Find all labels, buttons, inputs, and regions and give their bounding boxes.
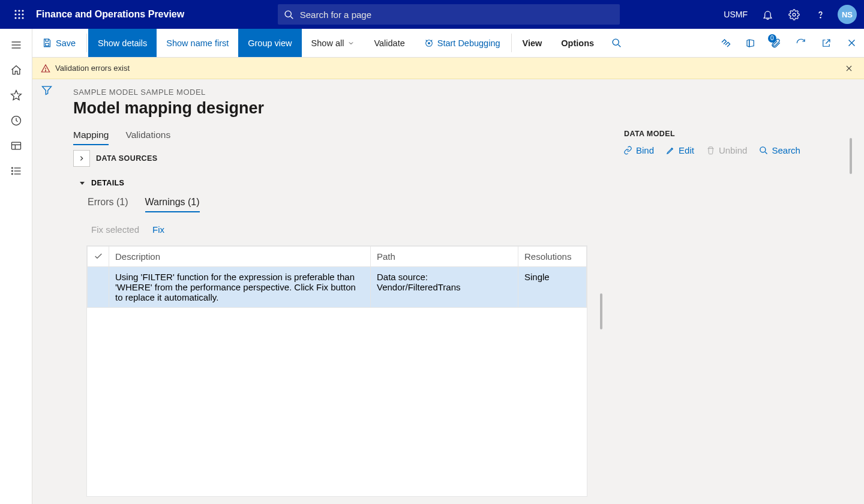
avatar-initials: NS [842, 10, 853, 19]
close-page-icon[interactable] [839, 29, 864, 57]
show-details-button[interactable]: Show details [88, 29, 157, 57]
notifications-icon[interactable] [756, 0, 780, 29]
show-all-dropdown[interactable]: Show all [302, 29, 365, 57]
group-view-button[interactable]: Group view [238, 29, 301, 57]
unbind-button: Unbind [706, 145, 748, 155]
data-model-title: DATA MODEL [624, 130, 852, 138]
grid-header-description[interactable]: Description [109, 247, 371, 267]
warning-text: Validation errors exist [55, 64, 130, 73]
left-rail [0, 29, 32, 504]
warnings-grid: Description Path Resolutions Using 'FILT… [86, 245, 587, 497]
company-code[interactable]: USMF [718, 10, 754, 19]
data-sources-label: DATA SOURCES [96, 154, 158, 163]
svg-point-7 [18, 17, 20, 19]
validation-warning-banner: Validation errors exist [32, 58, 864, 79]
svg-point-24 [11, 167, 13, 169]
popout-icon[interactable] [814, 29, 839, 57]
svg-point-26 [11, 173, 13, 175]
home-icon[interactable] [2, 58, 31, 83]
bind-button[interactable]: Bind [623, 145, 654, 155]
svg-point-4 [18, 13, 20, 15]
app-title: Finance and Operations Preview [36, 9, 184, 20]
breadcrumb: SAMPLE MODEL SAMPLE MODEL [73, 88, 852, 97]
svg-point-3 [14, 13, 16, 15]
svg-marker-16 [11, 91, 21, 100]
start-debugging-button[interactable]: Start Debugging [415, 29, 510, 57]
favorites-star-icon[interactable] [2, 83, 31, 108]
modules-list-icon[interactable] [2, 158, 31, 184]
svg-point-42 [760, 147, 766, 152]
row-description: Using 'FILTER' function for the expressi… [109, 267, 371, 308]
refresh-icon[interactable] [788, 29, 814, 57]
tab-validations[interactable]: Validations [125, 126, 170, 145]
svg-point-5 [22, 13, 23, 15]
save-button[interactable]: Save [32, 29, 85, 57]
svg-point-32 [613, 39, 619, 45]
svg-line-10 [290, 16, 293, 19]
svg-line-33 [618, 44, 620, 47]
grid-header-path[interactable]: Path [371, 247, 518, 267]
svg-point-12 [820, 17, 821, 17]
details-label: DETAILS [91, 179, 124, 187]
svg-rect-18 [11, 142, 20, 149]
svg-point-9 [285, 11, 291, 17]
svg-point-0 [14, 10, 16, 11]
data-sources-expander[interactable] [73, 150, 90, 167]
select-all-checkbox[interactable] [88, 247, 109, 267]
global-search[interactable] [278, 4, 620, 25]
actionbar-search-icon[interactable] [604, 29, 629, 57]
svg-point-6 [14, 17, 16, 19]
svg-marker-41 [80, 182, 85, 185]
global-search-input[interactable] [300, 10, 614, 20]
fix-selected-button: Fix selected [91, 224, 139, 235]
show-name-first-button[interactable]: Show name first [157, 29, 238, 57]
svg-point-8 [22, 17, 23, 19]
subtab-errors[interactable]: Errors (1) [88, 193, 128, 212]
page-tabs: Mapping Validations [73, 126, 587, 145]
filter-funnel-icon[interactable] [41, 84, 53, 504]
svg-point-29 [428, 42, 430, 44]
fix-button[interactable]: Fix [152, 224, 164, 235]
warning-triangle-icon [41, 64, 50, 73]
recent-clock-icon[interactable] [2, 108, 31, 133]
user-avatar[interactable]: NS [835, 0, 859, 29]
view-menu[interactable]: View [513, 29, 552, 57]
subtab-warnings[interactable]: Warnings (1) [145, 193, 200, 212]
svg-point-11 [793, 13, 796, 16]
top-navbar: Finance and Operations Preview USMF NS [0, 0, 864, 29]
personalize-icon[interactable] [713, 29, 738, 57]
svg-point-25 [11, 170, 13, 172]
page-title: Model mapping designer [73, 99, 852, 118]
validate-button[interactable]: Validate [364, 29, 414, 57]
search-icon [284, 10, 294, 20]
help-icon[interactable] [809, 0, 833, 29]
edit-button[interactable]: Edit [666, 145, 694, 155]
grid-header-resolutions[interactable]: Resolutions [518, 247, 587, 267]
office-addin-icon[interactable] [738, 29, 763, 57]
svg-line-43 [766, 152, 767, 154]
tab-mapping[interactable]: Mapping [73, 126, 109, 145]
workspaces-icon[interactable] [2, 133, 31, 158]
svg-point-38 [45, 70, 46, 71]
row-checkbox[interactable] [88, 267, 109, 308]
app-launcher-icon[interactable] [5, 9, 34, 20]
details-collapse-icon[interactable] [78, 179, 86, 187]
right-edge-splitter[interactable] [850, 138, 852, 174]
column-splitter[interactable] [599, 126, 603, 497]
row-path: Data source: Vendor/FilteredTrans [371, 267, 518, 308]
warning-close-icon[interactable] [842, 62, 856, 75]
svg-rect-27 [46, 43, 49, 46]
settings-gear-icon[interactable] [782, 0, 806, 29]
search-button[interactable]: Search [759, 145, 800, 155]
action-bar: Save Show details Show name first Group … [32, 29, 864, 58]
row-resolutions: Single [518, 267, 587, 308]
attachments-icon[interactable]: 0 [763, 29, 788, 57]
table-row[interactable]: Using 'FILTER' function for the expressi… [88, 267, 587, 308]
svg-point-2 [22, 10, 23, 11]
hamburger-icon[interactable] [2, 32, 31, 58]
options-menu[interactable]: Options [551, 29, 604, 57]
svg-point-1 [18, 10, 20, 11]
